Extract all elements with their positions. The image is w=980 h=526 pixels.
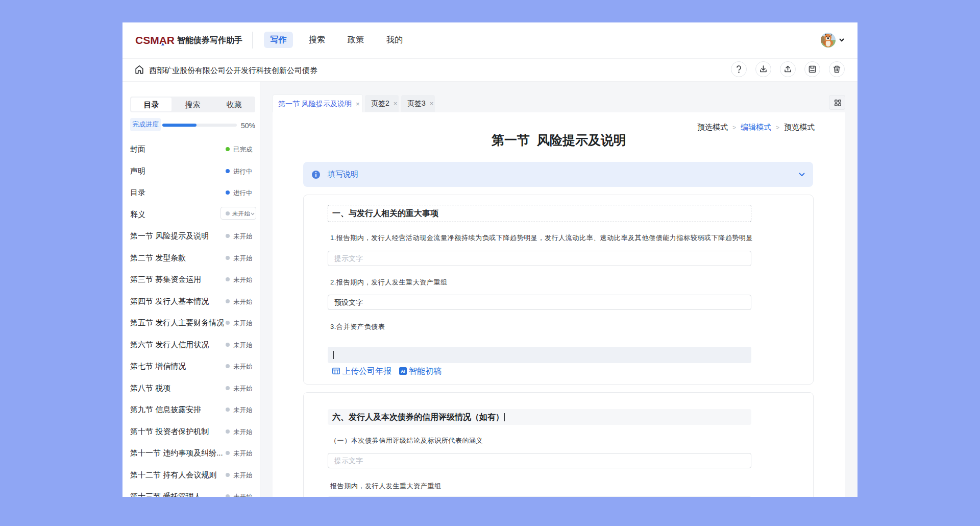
- svg-text:AI: AI: [401, 369, 405, 374]
